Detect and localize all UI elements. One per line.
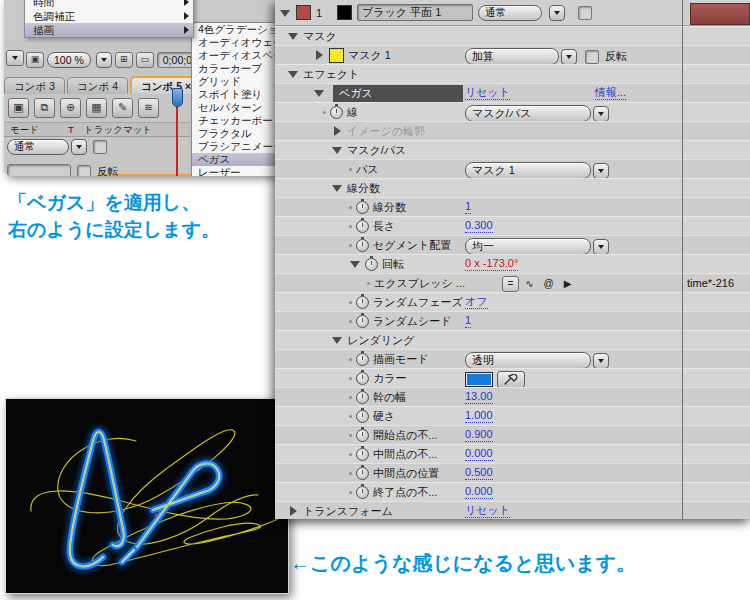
- magnification-arrow-icon[interactable]: [96, 52, 112, 68]
- playhead-marker-icon[interactable]: [172, 88, 183, 107]
- twirl-open-icon[interactable]: [287, 30, 299, 42]
- stopwatch-icon[interactable]: [356, 467, 369, 480]
- stopwatch-icon[interactable]: [356, 201, 369, 214]
- stopwatch-icon[interactable]: [356, 429, 369, 442]
- layer-color-swatch[interactable]: [296, 5, 311, 20]
- dropdown-arrow-icon[interactable]: [561, 49, 577, 65]
- dropdown-arrow-icon[interactable]: [593, 353, 609, 369]
- reset-link[interactable]: リセット: [465, 86, 510, 100]
- twirl-open-icon[interactable]: [349, 258, 361, 270]
- stopwatch-icon[interactable]: [356, 391, 369, 404]
- property-dropdown[interactable]: マスク/パス: [465, 105, 609, 122]
- property-value-link[interactable]: オフ: [465, 295, 488, 309]
- twirl-closed-icon[interactable]: [313, 49, 325, 61]
- panel-collapse-button[interactable]: [6, 50, 24, 66]
- stopwatch-icon[interactable]: [356, 239, 369, 252]
- layer-mode-dropdown[interactable]: 通常: [478, 5, 542, 21]
- layer-checkbox[interactable]: [578, 6, 592, 20]
- twirl-open-icon[interactable]: [331, 334, 343, 346]
- menu-item[interactable]: 色調補正: [25, 9, 193, 23]
- snapshot-icon[interactable]: ▣: [26, 52, 44, 68]
- property-dropdown[interactable]: 均一: [465, 238, 609, 255]
- property-label: マスク/パス: [347, 143, 406, 158]
- layer-duration-bar[interactable]: [690, 3, 750, 25]
- mask-mode-controls: 加算 反転: [465, 48, 627, 65]
- pick-whip-icon[interactable]: @: [540, 276, 557, 292]
- twirl-closed-icon[interactable]: [331, 125, 343, 137]
- property-dropdown[interactable]: マスク 1: [465, 162, 609, 179]
- anchor-icon[interactable]: ⊕: [60, 98, 81, 118]
- partial-row: 反転: [7, 164, 118, 176]
- stopwatch-icon[interactable]: [356, 486, 369, 499]
- dropdown-arrow-icon[interactable]: [593, 239, 609, 255]
- stopwatch-icon[interactable]: [330, 106, 343, 119]
- property-value-link[interactable]: 13.00: [465, 390, 493, 404]
- blend-mode-arrow-icon[interactable]: [71, 139, 87, 155]
- eraser-icon[interactable]: ✎: [112, 98, 133, 118]
- partial-dropdown[interactable]: [7, 164, 71, 176]
- twirl-open-icon[interactable]: [331, 144, 343, 156]
- safe-zones-icon[interactable]: ⊞: [115, 52, 133, 68]
- column-divider[interactable]: [682, 0, 683, 519]
- layer-mode-arrow-icon[interactable]: [549, 5, 565, 21]
- magnification-value: 100 %: [54, 54, 84, 66]
- mask-color-swatch[interactable]: [329, 48, 344, 63]
- region-icon[interactable]: ▭: [136, 52, 154, 68]
- partial-checkbox[interactable]: [77, 165, 91, 176]
- menu-item[interactable]: 時間: [25, 0, 193, 9]
- trackmatte-checkbox[interactable]: [93, 140, 107, 154]
- property-dropdown[interactable]: 透明: [465, 352, 609, 369]
- property-value-link[interactable]: 1: [465, 200, 471, 214]
- grid-icon[interactable]: ▦: [86, 98, 107, 118]
- property-value-link[interactable]: 0.300: [465, 219, 493, 233]
- expression-driven-value[interactable]: 0 x -173.0°: [465, 257, 518, 271]
- expression-enable-icon[interactable]: =: [502, 276, 519, 292]
- stopwatch-icon[interactable]: [356, 410, 369, 423]
- apply-note-line2: 右のように設定します。: [8, 216, 220, 243]
- property-label: トランスフォーム: [303, 504, 393, 519]
- property-value-link[interactable]: リセット: [465, 504, 510, 518]
- timeline-row: セグメント配置 均一 均一 均一 均一 均一: [275, 235, 750, 254]
- timeline-row: ランダムフェーズ オフ オフ オフ オフ オフ: [275, 292, 750, 311]
- mask-mode-dropdown[interactable]: 加算: [465, 48, 559, 65]
- property-value-link[interactable]: 1.000: [465, 409, 493, 423]
- layer-twirl-icon[interactable]: [279, 7, 291, 19]
- wave-icon[interactable]: ≋: [138, 98, 159, 118]
- expression-graph-icon[interactable]: ∿: [521, 276, 538, 292]
- comp-tab[interactable]: コンポ 4: [67, 77, 128, 94]
- stopwatch-icon[interactable]: [356, 296, 369, 309]
- magnification-dropdown[interactable]: 100 %: [47, 52, 91, 68]
- twirl-closed-icon[interactable]: [287, 505, 299, 517]
- twirl-open-icon[interactable]: [331, 182, 343, 194]
- property-value-link[interactable]: 0.500: [465, 466, 493, 480]
- twirl-open-icon[interactable]: [287, 68, 299, 80]
- property-value-link[interactable]: 0.900: [465, 428, 493, 442]
- blend-mode-dropdown[interactable]: 通常: [7, 139, 69, 155]
- playhead-line: [176, 100, 178, 176]
- property-value-link[interactable]: 1: [465, 314, 471, 328]
- stopwatch-icon[interactable]: [356, 372, 369, 385]
- property-value-link[interactable]: 0.000: [465, 485, 493, 499]
- effect-category-menu: 時間 色調補正 描画: [24, 0, 194, 38]
- dropdown-arrow-icon[interactable]: [593, 106, 609, 122]
- keyframe-dot-icon: [349, 415, 352, 418]
- stopwatch-icon[interactable]: [356, 315, 369, 328]
- layers-icon[interactable]: ⧉: [34, 98, 55, 118]
- twirl-open-icon[interactable]: [313, 87, 325, 99]
- about-link[interactable]: 情報...: [595, 86, 626, 100]
- playhead[interactable]: [172, 88, 182, 176]
- expression-menu-icon[interactable]: ▶: [559, 276, 576, 292]
- stopwatch-icon[interactable]: [365, 258, 378, 271]
- eyedropper-icon[interactable]: [497, 371, 525, 388]
- property-value-link[interactable]: 0.000: [465, 447, 493, 461]
- stopwatch-icon[interactable]: [356, 220, 369, 233]
- invert-checkbox[interactable]: [585, 50, 599, 64]
- dropdown-arrow-icon[interactable]: [593, 163, 609, 179]
- menu-item[interactable]: 描画: [25, 23, 193, 37]
- stopwatch-icon[interactable]: [356, 448, 369, 461]
- color-swatch[interactable]: [465, 372, 493, 387]
- comp-tab[interactable]: コンポ 3: [4, 77, 65, 94]
- stopwatch-icon[interactable]: [356, 353, 369, 366]
- region-of-interest-icon[interactable]: ▣: [8, 98, 29, 118]
- layer-name-field[interactable]: ブラック 平面 1: [357, 4, 473, 21]
